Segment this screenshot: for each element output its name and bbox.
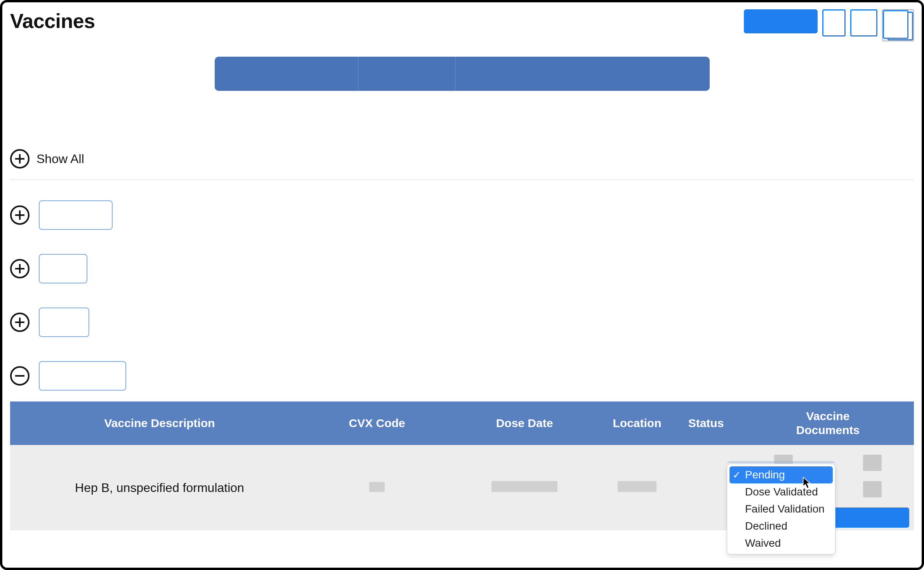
center-toolbar	[215, 57, 710, 91]
col-location: Location	[604, 401, 670, 445]
status-option-label: Pending	[745, 469, 785, 481]
header-action-2-button[interactable]	[850, 9, 877, 36]
expand-field-4[interactable]	[39, 361, 126, 391]
toolbar-segment-3[interactable]	[455, 57, 710, 91]
status-option-pending[interactable]: ✓ Pending	[729, 466, 833, 483]
collapse-icon[interactable]	[10, 366, 30, 386]
header-action-1-button[interactable]	[822, 9, 846, 36]
cell-cvx	[309, 445, 445, 530]
placeholder	[369, 482, 385, 492]
expand-row-4	[10, 361, 914, 391]
table-header-row: Vaccine Description CVX Code Dose Date L…	[10, 401, 914, 445]
status-dropdown[interactable]: ✓ Pending ✓ Dose Validated ✓ Failed Vali…	[727, 464, 835, 554]
expand-field-3[interactable]	[39, 308, 89, 337]
check-icon: ✓	[733, 469, 741, 481]
toolbar-segment-2[interactable]	[358, 57, 455, 91]
col-vaccine-documents: Vaccine Documents	[742, 401, 914, 445]
status-option-failed-validation[interactable]: ✓ Failed Validation	[727, 500, 835, 518]
status-option-label: Failed Validation	[745, 503, 825, 515]
col-description: Vaccine Description	[10, 401, 309, 445]
cell-location	[604, 445, 670, 530]
status-option-label: Waived	[745, 537, 781, 549]
document-thumb[interactable]	[863, 481, 882, 497]
show-all-row[interactable]: Show All	[10, 149, 914, 180]
header-actions	[744, 9, 914, 41]
expand-icon[interactable]	[10, 259, 30, 278]
placeholder	[492, 481, 558, 492]
cell-dose-date	[445, 445, 604, 530]
expand-icon[interactable]	[10, 313, 30, 332]
col-status: Status	[670, 401, 742, 445]
status-option-label: Declined	[745, 520, 787, 532]
expand-row-3	[10, 308, 914, 337]
page-title: Vaccines	[10, 9, 95, 33]
col-cvx-code: CVX Code	[309, 401, 445, 445]
expand-all-icon[interactable]	[10, 149, 30, 169]
show-all-label: Show All	[36, 152, 84, 166]
expand-icon[interactable]	[10, 205, 30, 225]
expand-field-2[interactable]	[39, 254, 87, 283]
col-docs-line1: Vaccine	[806, 410, 850, 422]
toolbar-segment-1[interactable]	[215, 57, 358, 91]
header-primary-button[interactable]	[744, 9, 818, 33]
status-option-dose-validated[interactable]: ✓ Dose Validated	[727, 483, 835, 500]
expand-rows	[10, 200, 914, 391]
expand-row-1	[10, 200, 914, 230]
expand-field-1[interactable]	[39, 200, 113, 230]
expand-row-2	[10, 254, 914, 283]
status-option-label: Dose Validated	[745, 486, 818, 498]
placeholder	[618, 481, 657, 492]
status-option-waived[interactable]: ✓ Waived	[727, 535, 835, 552]
status-option-declined[interactable]: ✓ Declined	[727, 518, 835, 535]
col-docs-line2: Documents	[796, 424, 860, 436]
document-thumb[interactable]	[863, 455, 882, 471]
cell-description: Hep B, unspecified formulation	[10, 445, 309, 530]
col-dose-date: Dose Date	[445, 401, 604, 445]
vaccines-panel: Vaccines Show All	[0, 0, 924, 570]
header-copy-button[interactable]	[882, 9, 914, 41]
header: Vaccines	[10, 9, 914, 41]
